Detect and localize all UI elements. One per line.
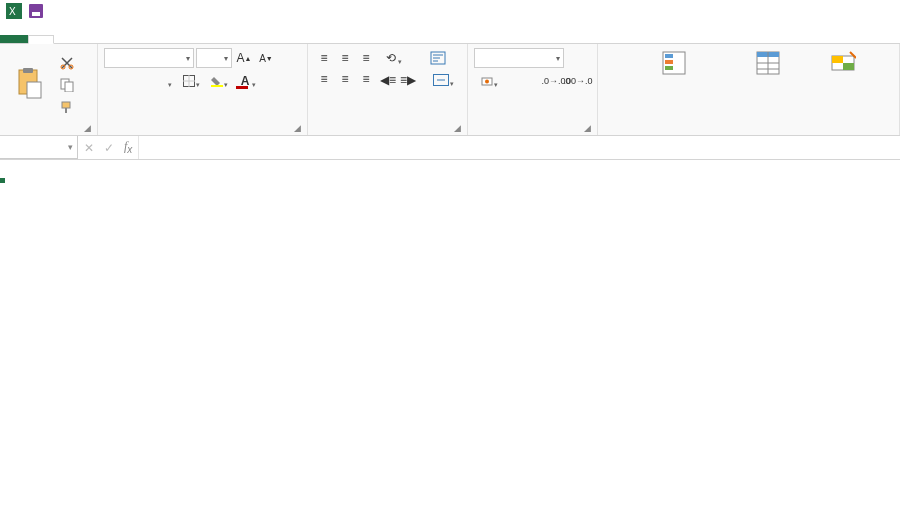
conditional-format-button[interactable] [629,48,719,131]
svg-rect-6 [27,82,41,98]
enter-formula-icon[interactable]: ✓ [104,141,114,155]
alignment-launcher-icon[interactable]: ◢ [454,123,461,133]
font-launcher-icon[interactable]: ◢ [294,123,301,133]
svg-rect-32 [832,56,843,63]
percent-icon[interactable] [502,71,522,91]
tab-file[interactable] [0,35,28,43]
ribbon: ◢ A▲ A▼ A ◢ ≡ [0,44,900,136]
font-name-select[interactable] [104,48,194,68]
cell-styles-button[interactable] [817,48,869,131]
format-painter-icon[interactable] [56,97,78,117]
align-center-icon[interactable]: ≡ [335,69,355,89]
currency-icon[interactable] [474,71,500,91]
underline-button[interactable] [148,71,174,91]
increase-font-icon[interactable]: A▲ [234,48,254,68]
formula-input[interactable] [139,136,900,159]
excel-icon: X [4,2,24,20]
align-bottom-icon[interactable]: ≡ [356,48,376,68]
increase-indent-icon[interactable]: ≡▶ [398,70,418,90]
svg-rect-17 [236,86,248,89]
ribbon-tabs [0,22,900,44]
number-launcher-icon[interactable]: ◢ [584,123,591,133]
redo-icon[interactable] [70,2,90,20]
decrease-decimal-icon[interactable]: .00→.0 [568,71,588,91]
align-top-icon[interactable]: ≡ [314,48,334,68]
decrease-indent-icon[interactable]: ◀≡ [378,70,398,90]
svg-rect-3 [32,12,40,16]
font-size-select[interactable] [196,48,232,68]
paste-button[interactable] [6,48,52,121]
decrease-font-icon[interactable]: A▼ [256,48,276,68]
svg-rect-33 [843,63,854,70]
merge-center-icon[interactable] [426,70,456,90]
svg-rect-11 [62,102,70,108]
svg-point-21 [485,80,489,84]
svg-rect-24 [665,60,673,64]
number-format-select[interactable] [474,48,564,68]
bold-button[interactable] [104,71,124,91]
borders-icon[interactable] [176,71,202,91]
copy-icon[interactable] [56,75,78,95]
svg-text:X: X [9,6,16,17]
align-right-icon[interactable]: ≡ [356,69,376,89]
tab-page-layout[interactable] [78,36,102,43]
cut-icon[interactable] [56,53,78,73]
fx-icon[interactable]: fx [124,139,132,155]
tab-view[interactable] [174,36,198,43]
clipboard-launcher-icon[interactable]: ◢ [84,123,91,133]
align-middle-icon[interactable]: ≡ [335,48,355,68]
svg-rect-10 [65,82,73,92]
tab-home[interactable] [28,35,54,44]
save-icon[interactable] [26,2,46,20]
italic-button[interactable] [126,71,146,91]
tab-insert[interactable] [54,36,78,43]
undo-icon[interactable] [48,2,68,20]
svg-rect-25 [665,66,673,70]
svg-rect-23 [665,54,673,58]
cancel-formula-icon[interactable]: ✕ [84,141,94,155]
svg-rect-16 [211,85,223,87]
orientation-icon[interactable]: ⟲ [378,48,404,68]
tab-data[interactable] [126,36,150,43]
font-color-icon[interactable]: A [232,71,258,91]
tab-review[interactable] [150,36,174,43]
name-box[interactable] [0,136,78,159]
svg-rect-5 [23,68,33,73]
svg-rect-12 [65,108,67,113]
wrap-text-icon[interactable] [426,48,450,68]
tab-formulas[interactable] [102,36,126,43]
fill-color-icon[interactable] [204,71,230,91]
format-as-table-button[interactable] [723,48,813,131]
align-left-icon[interactable]: ≡ [314,69,334,89]
